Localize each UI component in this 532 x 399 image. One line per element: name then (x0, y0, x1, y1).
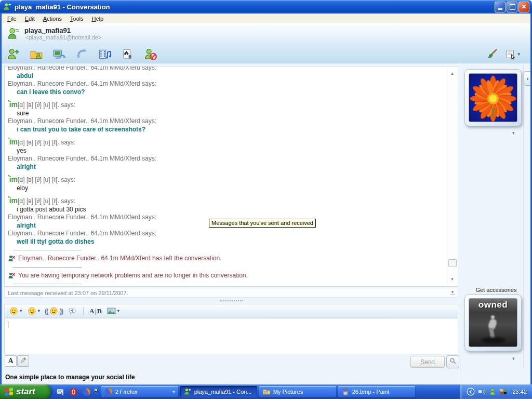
event-separator (13, 284, 82, 284)
message-input[interactable] (4, 318, 458, 354)
dropdown-arrow-icon[interactable]: ▾ (117, 309, 120, 313)
my-display-picture[interactable]: owned (464, 294, 522, 351)
handwriting-mode-tab[interactable] (17, 355, 29, 367)
network-icon[interactable] (477, 388, 486, 396)
flower-image (469, 73, 517, 122)
restore-button[interactable] (507, 2, 517, 12)
wink-icon[interactable]: ▾ (27, 306, 41, 316)
video-call-icon[interactable] (51, 47, 67, 61)
display-grid-icon[interactable] (499, 388, 508, 396)
search-button[interactable] (446, 355, 459, 368)
compose-bottom-bar: A Send (4, 355, 458, 369)
get-accessories-link[interactable]: Get accessories (460, 287, 532, 293)
last-message-status: Last message received at 23:07 on 29/11/… (8, 290, 128, 296)
jump-to-latest-icon[interactable]: ▼ (450, 290, 455, 295)
message-text: sure (8, 110, 444, 118)
owned-image: owned (469, 298, 517, 347)
menu-tools[interactable]: Tools (66, 14, 88, 23)
system-event: Eloyman.. Runecore Funder.. 64.1m MMd/Xf… (8, 255, 444, 263)
contact-email: <playa_mafia91@hotmail.de> (25, 34, 101, 41)
opera-icon[interactable] (68, 387, 78, 397)
scroll-down-icon[interactable]: ▼ (447, 277, 457, 282)
scroll-thumb[interactable] (448, 259, 457, 267)
paint-icon (341, 388, 350, 396)
text-mode-letter: A (8, 357, 13, 365)
titlebar[interactable]: playa_mafia91 - Conversation ✕ (0, 0, 532, 14)
contact-display-picture[interactable] (464, 69, 522, 126)
history-tooltip: Messages that you've sent and received (209, 219, 316, 228)
message-list: Eloyman.. Runecore Funder.. 64.1m MMd/Xf… (5, 66, 458, 284)
message-text: i gotta post about 30 pics (8, 206, 444, 214)
task-label: playa_mafia91 - Con... (194, 389, 252, 395)
history-scrollbar[interactable]: ▲ ▼ (447, 67, 457, 286)
collapse-chevron-icon[interactable] (467, 388, 475, 396)
taskbar-button-my-pictures[interactable]: My Pictures (259, 386, 336, 397)
message-text: well ill ttyl gotta do dishes (8, 238, 444, 246)
system-tray: 23:42 (460, 384, 532, 399)
message-sender-header: ’’im[α] [ʙ] [∂] [u] [ℓ[. says: (8, 173, 444, 184)
message-row: ’’im[α] [ʙ] [∂] [u] [ℓ[. says:sure (8, 98, 444, 117)
message-row: Eloyman.. Runecore Funder.. 64.1m MMd/Xf… (8, 117, 444, 134)
taskbar-button-26-bmp-paint[interactable]: 26.bmp - Paint (338, 386, 415, 397)
message-row: Eloyman.. Runecore Funder.. 64.1m MMd/Xf… (8, 66, 444, 80)
smiley-icon[interactable]: ▾ (9, 306, 22, 316)
close-button[interactable]: ✕ (518, 2, 529, 12)
start-button[interactable]: start (0, 384, 51, 399)
menu-help[interactable]: Help (88, 14, 108, 23)
folder-icon (262, 388, 271, 396)
shared-folder-icon[interactable] (29, 47, 44, 61)
taskbar-button-2-firefox[interactable]: 2 Firefox▾ (101, 386, 178, 397)
block-contact-icon[interactable] (143, 47, 158, 61)
message-sender-header: ’’im[α] [ʙ] [∂] [u] [ℓ[. says: (8, 98, 444, 110)
system-event: You are having temporary network problem… (8, 272, 444, 280)
background-icon[interactable]: ▾ (107, 306, 120, 316)
search-icon (449, 357, 457, 367)
firefox-icon[interactable] (81, 387, 91, 397)
nudge-icon[interactable]: (()) (45, 306, 63, 316)
system-event-text: Eloyman.. Runecore Funder.. 64.1m MMd/Xf… (18, 255, 222, 263)
dropdown-arrow-icon[interactable]: ▾ (38, 309, 41, 313)
menu-edit[interactable]: Edit (21, 14, 39, 23)
add-contact-icon[interactable] (6, 47, 21, 61)
menu-file[interactable]: File (3, 14, 21, 23)
message-row: Eloyman.. Runecore Funder.. 64.1m MMd/Xf… (8, 155, 444, 171)
scroll-up-icon[interactable]: ▲ (447, 71, 457, 76)
dropdown-arrow-icon[interactable]: ▾ (517, 52, 520, 57)
message-history[interactable]: Eloyman.. Runecore Funder.. 64.1m MMd/Xf… (4, 66, 458, 287)
message-pane-select-icon[interactable]: ▾ (504, 47, 520, 61)
show-desktop-icon[interactable] (55, 387, 65, 397)
messenger-icon (3, 2, 12, 11)
menu-actions[interactable]: Actions (39, 14, 66, 23)
window-title: playa_mafia91 - Conversation (15, 3, 110, 11)
windows-flag-icon (5, 388, 13, 396)
font-icon[interactable]: A|B (89, 307, 101, 315)
message-text: abdul (8, 72, 444, 81)
my-picture-menu-icon[interactable]: ▾ (512, 356, 515, 361)
messenger-status-icon[interactable] (488, 388, 497, 396)
message-sender-header: Eloyman.. Runecore Funder.. 64.1m MMd/Xf… (8, 117, 444, 126)
task-label: My Pictures (273, 389, 303, 395)
quick-launch-overflow-icon[interactable]: » (94, 386, 100, 397)
text-mode-tab[interactable]: A (5, 355, 17, 367)
dropdown-arrow-icon[interactable]: ▾ (20, 309, 22, 313)
message-sender-header: Eloyman.. Runecore Funder.. 64.1m MMd/Xf… (8, 230, 444, 238)
desktop: playa_mafia91 - Conversation ✕ FileEditA… (0, 0, 532, 399)
media-icon[interactable] (97, 47, 113, 61)
pane-splitter[interactable] (4, 299, 458, 303)
minimize-button[interactable] (495, 2, 506, 12)
message-text: alright (8, 163, 444, 171)
firefox-icon (104, 388, 113, 396)
taskbar-button-playa-mafia91-con[interactable]: playa_mafia91 - Con... (180, 386, 257, 397)
phone-icon[interactable] (74, 47, 90, 61)
voice-clip-icon[interactable] (68, 306, 77, 316)
event-separator (13, 250, 82, 250)
task-group-dropdown-icon[interactable]: ▾ (172, 390, 175, 394)
task-label: 26.bmp - Paint (352, 389, 390, 395)
message-sender-header: Eloyman.. Runecore Funder.. 64.1m MMd/Xf… (8, 155, 444, 163)
send-button[interactable]: Send (410, 356, 445, 368)
compose-toolbar: ▾▾(())A|B▾ (4, 304, 458, 318)
window-border-left (0, 14, 2, 384)
games-icon[interactable] (120, 47, 136, 61)
handwriting-icon[interactable] (484, 47, 499, 61)
contact-picture-menu-icon[interactable]: ▾ (512, 130, 515, 136)
